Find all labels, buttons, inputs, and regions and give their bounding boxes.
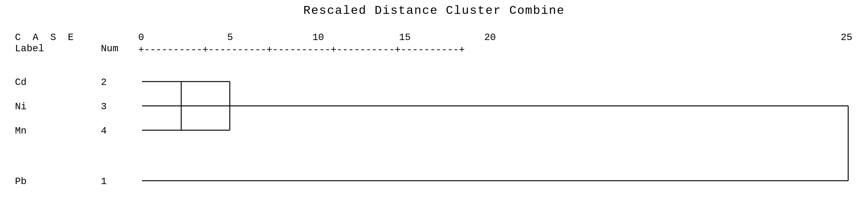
chart-container: Rescaled Distance Cluster Combine C A S …	[0, 0, 868, 214]
dendrogram	[0, 0, 868, 214]
